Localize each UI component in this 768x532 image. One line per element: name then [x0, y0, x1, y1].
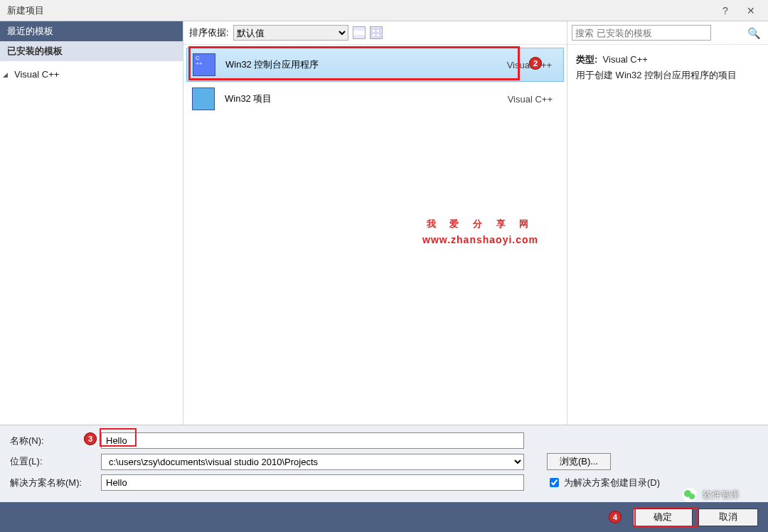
template-name: Win32 控制台应用程序	[225, 58, 481, 71]
sort-select[interactable]: 默认值	[233, 25, 348, 41]
sidebar-recent-header[interactable]: 最近的模板	[0, 21, 183, 41]
window-title: 新建项目	[7, 4, 44, 17]
ok-button[interactable]: 确定	[633, 509, 693, 526]
view-grid-icon[interactable]	[370, 26, 383, 39]
sort-label: 排序依据:	[189, 26, 229, 39]
template-name: Win32 项目	[225, 92, 481, 105]
annotation-2: 2	[529, 57, 542, 70]
name-label: 名称(N):	[10, 435, 94, 447]
create-solution-dir-checkbox[interactable]	[550, 478, 559, 487]
template-row-console[interactable]: Win32 控制台应用程序 Visual C++	[186, 48, 564, 82]
annotation-3: 3	[84, 432, 97, 445]
watermark: 我 爱 分 享 网 www.zhanshaoyi.com	[422, 213, 538, 245]
create-solution-dir[interactable]: 为解决方案创建目录(D)	[547, 476, 682, 489]
browse-button[interactable]: 浏览(B)...	[547, 453, 611, 470]
form-area: 名称(N): 位置(L): c:\users\zsy\documents\vis…	[0, 425, 768, 502]
win32-project-icon	[192, 87, 215, 110]
solution-name-label: 解决方案名称(M):	[10, 477, 94, 489]
location-select[interactable]: c:\users\zsy\documents\visual studio 201…	[101, 454, 524, 470]
close-button[interactable]: ✕	[738, 2, 764, 19]
cancel-button[interactable]: 取消	[698, 509, 758, 526]
annotation-4: 4	[609, 511, 622, 523]
solution-name-input[interactable]	[101, 474, 524, 491]
search-input[interactable]	[572, 25, 711, 41]
sidebar-installed-header[interactable]: 已安装的模板	[0, 41, 183, 61]
sidebar: 最近的模板 已安装的模板 Visual C++ CLR Win32 1 常规	[0, 21, 183, 425]
search-icon[interactable]: 🔍	[747, 27, 761, 40]
console-app-icon	[193, 53, 215, 76]
view-list-icon[interactable]	[353, 26, 366, 39]
titlebar: 新建项目 ? ✕	[0, 0, 768, 21]
type-value: Visual C++	[603, 54, 648, 65]
template-row-win32proj[interactable]: Win32 项目 Visual C++	[186, 82, 564, 116]
template-pane: 排序依据: 默认值 Win32 控制台应用程序 Visual C++ Win32…	[183, 21, 567, 425]
template-lang: Visual C++	[508, 94, 560, 105]
sort-toolbar: 排序依据: 默认值	[183, 21, 567, 45]
type-label: 类型:	[576, 54, 597, 65]
help-button[interactable]: ?	[713, 2, 738, 19]
location-label: 位置(L):	[10, 455, 94, 468]
dialog-footer: 4 确定 取消	[0, 502, 768, 532]
name-input[interactable]	[101, 432, 524, 449]
